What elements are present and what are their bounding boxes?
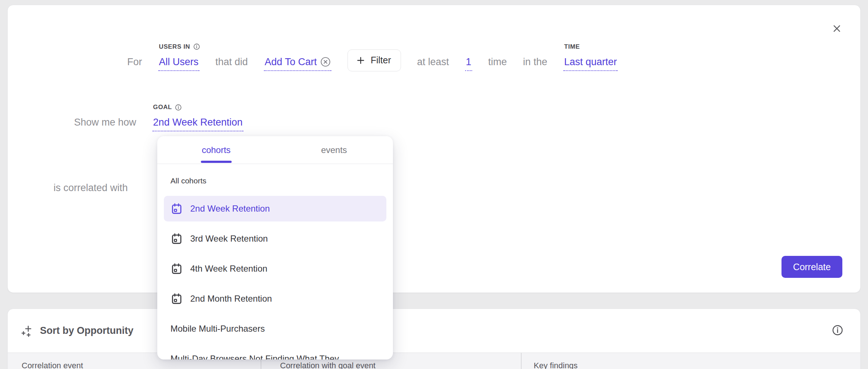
calendar-icon [170,262,183,275]
query-row-users: For USERS IN All Users that did Add To C… [127,49,618,71]
query-builder-card: For USERS IN All Users that did Add To C… [7,5,861,293]
goal-value[interactable]: 2nd Week Retention [152,117,243,131]
correlate-button[interactable]: Correlate [781,256,842,278]
event-value[interactable]: Add To Cart [265,56,317,68]
cohort-list: 2nd Week Retention 3rd Week Retention 4t… [164,196,386,359]
calendar-icon [170,232,183,245]
correlation-analysis-page: For USERS IN All Users that did Add To C… [0,0,868,369]
query-row-goal: Show me how GOAL 2nd Week Retention [74,117,243,131]
time-label: TIME [564,43,580,51]
info-icon[interactable] [193,43,200,50]
time-range-selector[interactable]: TIME Last quarter [563,56,618,71]
cohort-item-label: 2nd Month Retention [190,294,272,304]
word-is-correlated-with: is correlated with [54,182,128,194]
sort-by-opportunity-label: Sort by Opportunity [40,325,133,336]
dropdown-tabs: cohorts events [157,136,393,164]
count-value[interactable]: 1 [465,56,472,71]
users-value[interactable]: All Users [158,56,199,71]
event-selector[interactable]: Add To Cart [264,56,331,71]
cohort-item-label: 4th Week Retention [190,264,267,274]
cohort-list-item[interactable]: Mobile Multi-Purchasers [164,316,386,342]
column-header-key-findings: Key findings [534,361,578,369]
cohort-item-label: Mobile Multi-Purchasers [170,324,265,334]
filter-button-label: Filter [371,55,391,66]
cohort-item-label: 3rd Week Retention [190,234,268,244]
close-icon [832,24,842,33]
users-in-label: USERS IN [159,43,200,51]
word-show-me-how: Show me how [74,117,136,128]
close-button[interactable] [830,21,844,36]
goal-selector[interactable]: GOAL 2nd Week Retention [152,117,243,131]
results-info-icon[interactable] [832,324,843,336]
column-header-correlation-event: Correlation event [22,361,83,369]
cohort-item-label: 2nd Week Retention [190,204,270,214]
sparkles-icon [21,324,34,338]
sort-by-opportunity-button[interactable]: Sort by Opportunity [21,309,133,353]
cohort-list-item[interactable]: 2nd Month Retention [164,286,386,312]
cohort-list-item[interactable]: 2nd Week Retention [164,196,386,221]
plus-icon [356,56,365,65]
goal-dropdown-panel: cohorts events All cohorts 2nd Week Rete… [157,136,393,359]
cohort-list-item[interactable]: 4th Week Retention [164,256,386,282]
calendar-icon [170,202,183,215]
calendar-icon [170,292,183,305]
users-selector[interactable]: USERS IN All Users [158,56,199,71]
time-range-value[interactable]: Last quarter [563,56,618,71]
word-in-the: in the [523,56,547,68]
cohort-section-label: All cohorts [170,176,206,185]
goal-label: GOAL [153,104,182,111]
results-table-header: Correlation event Correlation with goal … [8,353,860,369]
cohort-list-item[interactable]: Multi-Day Browsers Not Finding What They [164,346,386,359]
word-for: For [127,56,142,68]
info-icon[interactable] [175,104,182,111]
tab-events[interactable]: events [275,136,393,164]
remove-event-icon[interactable] [320,57,331,67]
results-card: Sort by Opportunity Correlation event Co… [7,309,861,369]
cohort-list-item[interactable]: 3rd Week Retention [164,226,386,251]
active-tab-indicator [201,161,232,163]
tab-cohorts[interactable]: cohorts [157,136,275,164]
add-filter-button[interactable]: Filter [347,49,401,71]
word-time: time [488,56,507,68]
word-at-least: at least [417,56,449,68]
column-divider [521,353,522,369]
cohort-item-label: Multi-Day Browsers Not Finding What They [170,354,339,359]
column-header-correlation-with-goal-event: Correlation with goal event [280,361,375,369]
word-that-did: that did [216,56,248,68]
